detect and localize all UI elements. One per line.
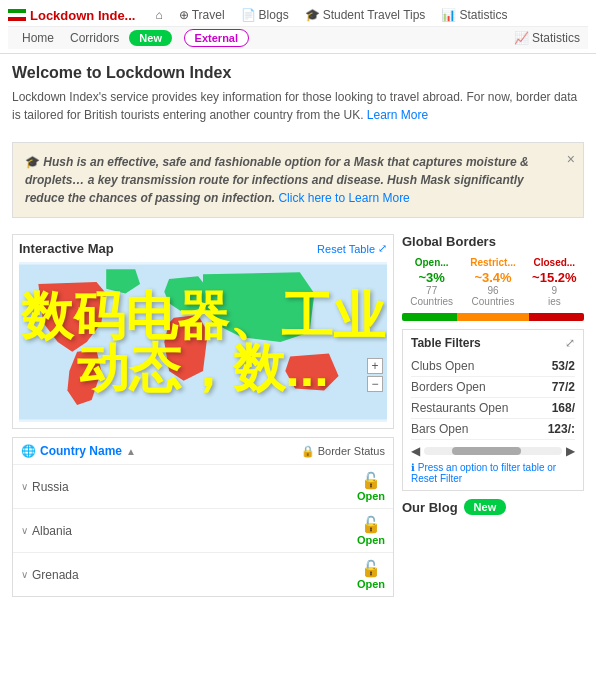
status-icon: 🔓 bbox=[357, 559, 385, 578]
gb-restricted-header: Restrict... ~3.4% 96 Countries bbox=[463, 255, 522, 307]
scroll-left-arrow[interactable]: ◀ bbox=[411, 444, 420, 458]
nav-sub-corridors[interactable]: Corridors bbox=[64, 29, 125, 47]
table-row: ∨ Albania 🔓 Open bbox=[13, 508, 393, 552]
table-row: ∨ Russia 🔓 Open bbox=[13, 464, 393, 508]
learn-more-link[interactable]: Learn More bbox=[367, 108, 428, 122]
badge-new[interactable]: New bbox=[129, 30, 172, 46]
welcome-section: Welcome to Lockdown Index Lockdown Index… bbox=[0, 54, 596, 134]
filter-hint: ℹ Press an option to filter table or Res… bbox=[411, 462, 575, 484]
logo-text: Lockdown Inde... bbox=[30, 8, 135, 23]
bar-open bbox=[402, 313, 457, 321]
reset-icon: ⤢ bbox=[378, 242, 387, 255]
globe-icon: ⊕ bbox=[179, 8, 189, 22]
our-blog-section: Our Blog New bbox=[402, 499, 584, 515]
border-color-bar bbox=[402, 313, 584, 321]
chevron-icon: ∨ bbox=[21, 481, 28, 492]
nav-sub-bar: Home Corridors New External 📈 Statistics bbox=[8, 26, 588, 49]
globe-blue-icon: 🌐 bbox=[21, 444, 36, 458]
map-image[interactable]: 数码电器、工业 动态，数... + − bbox=[19, 262, 387, 422]
lock-icon: 🔒 bbox=[301, 445, 315, 458]
map-section: Interactive Map Reset Table ⤢ bbox=[12, 234, 394, 429]
nav-student[interactable]: 🎓 Student Travel Tips bbox=[297, 4, 434, 26]
country-name-grenada[interactable]: ∨ Grenada bbox=[21, 568, 79, 582]
our-blog-badge[interactable]: New bbox=[464, 499, 507, 515]
map-reset-button[interactable]: Reset Table ⤢ bbox=[317, 242, 387, 255]
nav-travel[interactable]: ⊕ Travel bbox=[171, 4, 233, 26]
filter-row-clubs[interactable]: Clubs Open 53/2 bbox=[411, 356, 575, 377]
navbar: Lockdown Inde... ⌂ ⊕ Travel 📄 Blogs 🎓 St… bbox=[0, 0, 596, 54]
nav-links: ⌂ ⊕ Travel 📄 Blogs 🎓 Student Travel Tips… bbox=[147, 4, 515, 26]
table-header: 🌐 Country Name ▲ 🔒 Border Status bbox=[13, 438, 393, 464]
home-icon: ⌂ bbox=[155, 8, 162, 22]
sort-icon: ▲ bbox=[126, 446, 136, 457]
bar-restricted bbox=[457, 313, 530, 321]
nav-blogs[interactable]: 📄 Blogs bbox=[233, 4, 297, 26]
welcome-text: Lockdown Index's service provides key in… bbox=[12, 88, 584, 124]
gb-grid: Open... ~3% 77 Countries Restrict... ~3.… bbox=[402, 255, 584, 307]
close-button[interactable]: × bbox=[567, 149, 575, 170]
student-icon: 🎓 bbox=[305, 8, 320, 22]
scroll-right-arrow[interactable]: ▶ bbox=[566, 444, 575, 458]
nav-statistics[interactable]: 📊 Statistics bbox=[433, 4, 515, 26]
notification-box: × 🎓 Hush is an effective, safe and fashi… bbox=[12, 142, 584, 218]
nav-stat: 📈 Statistics bbox=[514, 31, 580, 45]
notif-link[interactable]: Click here to Learn More bbox=[278, 191, 409, 205]
filter-scrollbar[interactable]: ◀ ▶ bbox=[411, 444, 575, 458]
welcome-title: Welcome to Lockdown Index bbox=[12, 64, 584, 82]
country-col-header[interactable]: 🌐 Country Name ▲ bbox=[21, 444, 136, 458]
our-blog-title: Our Blog bbox=[402, 500, 458, 515]
scroll-track[interactable] bbox=[424, 447, 562, 455]
scroll-thumb bbox=[452, 447, 521, 455]
country-table: 🌐 Country Name ▲ 🔒 Border Status ∨ Russi… bbox=[12, 437, 394, 597]
flag-icon bbox=[8, 9, 26, 21]
map-zoom-controls: + − bbox=[367, 358, 383, 392]
nav-home[interactable]: ⌂ bbox=[147, 4, 170, 26]
table-row: ∨ Grenada 🔓 Open bbox=[13, 552, 393, 596]
nav-sub-home[interactable]: Home bbox=[16, 29, 60, 47]
world-map-svg bbox=[19, 262, 387, 422]
country-name-albania[interactable]: ∨ Albania bbox=[21, 524, 72, 538]
filter-row-bars[interactable]: Bars Open 123/: bbox=[411, 419, 575, 440]
mortarboard-icon: 🎓 bbox=[25, 155, 40, 169]
chevron-icon: ∨ bbox=[21, 569, 28, 580]
chevron-icon: ∨ bbox=[21, 525, 28, 536]
status-icon: 🔓 bbox=[357, 471, 385, 490]
global-borders-title: Global Borders bbox=[402, 234, 584, 249]
reset-filter-link[interactable]: Reset Filter bbox=[411, 473, 462, 484]
expand-icon[interactable]: ⤢ bbox=[565, 336, 575, 350]
doc-icon: 📄 bbox=[241, 8, 256, 22]
zoom-in-button[interactable]: + bbox=[367, 358, 383, 374]
chart-icon-small: 📈 bbox=[514, 31, 529, 45]
status-icon: 🔓 bbox=[357, 515, 385, 534]
zoom-out-button[interactable]: − bbox=[367, 376, 383, 392]
chart-icon: 📊 bbox=[441, 8, 456, 22]
table-filters-section: Table Filters ⤢ Clubs Open 53/2 Borders … bbox=[402, 329, 584, 491]
right-panel: Global Borders Open... ~3% 77 Countries … bbox=[394, 234, 584, 597]
main-content: Interactive Map Reset Table ⤢ bbox=[0, 226, 596, 605]
filter-row-restaurants[interactable]: Restaurants Open 168/ bbox=[411, 398, 575, 419]
left-panel: Interactive Map Reset Table ⤢ bbox=[12, 234, 394, 597]
filter-row-borders[interactable]: Borders Open 77/2 bbox=[411, 377, 575, 398]
nav-logo[interactable]: Lockdown Inde... bbox=[8, 8, 135, 23]
global-borders-section: Global Borders Open... ~3% 77 Countries … bbox=[402, 234, 584, 321]
status-col-header: 🔒 Border Status bbox=[301, 445, 385, 458]
gb-closed-header: Closed... ~15.2% 9 ies bbox=[525, 255, 584, 307]
tf-header: Table Filters ⤢ bbox=[411, 336, 575, 350]
info-icon: ℹ bbox=[411, 462, 415, 473]
country-name-russia[interactable]: ∨ Russia bbox=[21, 480, 69, 494]
badge-external[interactable]: External bbox=[184, 29, 249, 47]
gb-open-header: Open... ~3% 77 Countries bbox=[402, 255, 461, 307]
country-status-russia: 🔓 Open bbox=[357, 471, 385, 502]
country-status-grenada: 🔓 Open bbox=[357, 559, 385, 590]
bar-closed bbox=[529, 313, 584, 321]
map-header: Interactive Map Reset Table ⤢ bbox=[19, 241, 387, 256]
country-status-albania: 🔓 Open bbox=[357, 515, 385, 546]
tf-title: Table Filters bbox=[411, 336, 481, 350]
map-title: Interactive Map bbox=[19, 241, 114, 256]
